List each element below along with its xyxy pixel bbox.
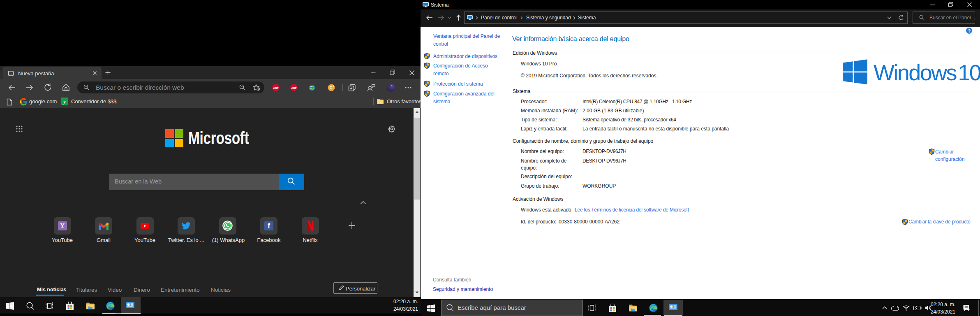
svg-text:ABP: ABP [273,86,278,89]
svg-text:ABP: ABP [291,86,296,89]
svg-text:y: y [62,98,66,105]
svg-text:+: + [333,85,334,88]
